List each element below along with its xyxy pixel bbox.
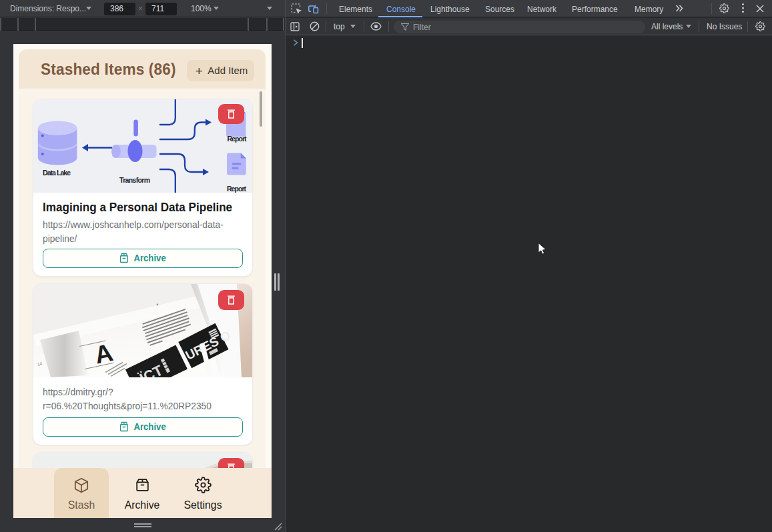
svg-text:Report: Report — [227, 185, 247, 193]
svg-text:Transform: Transform — [119, 176, 150, 184]
svg-text:Report: Report — [228, 135, 248, 143]
svg-text:Data Lake: Data Lake — [43, 169, 71, 177]
